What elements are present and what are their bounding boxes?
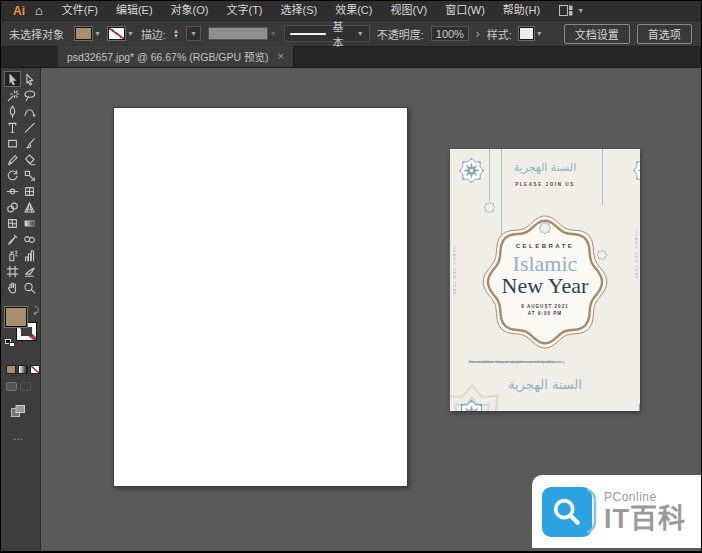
chevron-down-icon: ▼ [270, 30, 277, 37]
default-fill-stroke-icon[interactable] [5, 339, 15, 347]
workspace-switcher[interactable]: ▼ [559, 5, 584, 16]
fill-color-control[interactable]: ▼ [75, 27, 101, 40]
column-graph-tool[interactable] [21, 247, 38, 263]
document-tab[interactable]: psd32657.jpg* @ 66.67% (RGB/GPU 预览) × [58, 46, 294, 67]
menu-item-help[interactable]: 帮助(H) [494, 1, 549, 20]
menu-bar: Ai ⌂ 文件(F)编辑(E)对象(O)文字(T)选择(S)效果(C)视图(V)… [1, 1, 701, 20]
rectangle-tool[interactable] [4, 135, 21, 151]
selection-tool[interactable] [4, 71, 21, 87]
curvature-tool[interactable] [21, 103, 38, 119]
stroke-weight-stepper[interactable]: ▲▼ [173, 29, 179, 39]
shape-builder-tool[interactable] [4, 199, 21, 215]
line-segment-tool[interactable] [21, 119, 38, 135]
stroke-swatch[interactable] [108, 27, 125, 40]
brush-stroke-preview [290, 33, 327, 35]
home-icon[interactable]: ⌂ [31, 4, 53, 17]
menu-item-window[interactable]: 窗口(W) [436, 1, 494, 20]
stroke-color-control[interactable]: ▼ [108, 27, 134, 40]
poster-date: 8 AUGUST 2021 [450, 304, 640, 309]
chevron-down-icon: ▼ [127, 30, 134, 37]
poster-title-line2: New Year [450, 273, 640, 299]
artboard[interactable] [113, 107, 408, 487]
watermark: PConline IT百科 [532, 475, 702, 548]
fill-stroke-controls: ⤸ [5, 307, 39, 355]
magic-wand-tool[interactable] [4, 87, 21, 103]
screen-mode-button[interactable] [11, 403, 40, 421]
none-button[interactable] [30, 365, 40, 374]
magnifier-app-icon [542, 487, 592, 537]
gradient-button[interactable] [18, 365, 28, 374]
menu-item-edit[interactable]: 编辑(E) [107, 1, 162, 20]
menu-item-file[interactable]: 文件(F) [53, 1, 107, 20]
eyedropper-tool[interactable] [4, 231, 21, 247]
scale-tool[interactable] [21, 167, 38, 183]
slice-tool[interactable] [21, 263, 38, 279]
side-caption: ISLAMIC NEW YEAR [634, 229, 638, 279]
fill-swatch[interactable] [75, 27, 92, 40]
menu-item-select[interactable]: 选择(S) [272, 1, 327, 20]
close-icon[interactable]: × [278, 51, 284, 62]
poster-footer-arabic: السنة الهجرية [450, 377, 640, 392]
canvas[interactable]: السنة الهجرية PLEASE JOIN US CELEBRATE I… [41, 68, 702, 552]
zoom-tool[interactable] [21, 279, 38, 295]
menu-item-type[interactable]: 文字(T) [217, 1, 271, 20]
page-fold-icon [587, 489, 597, 533]
width-profile-preview [208, 27, 268, 40]
poster-subtitle: PLEASE JOIN US [450, 182, 640, 187]
gradient-tool[interactable] [21, 215, 38, 231]
watermark-title: IT百科 [604, 506, 686, 533]
tools-grid [4, 71, 40, 295]
main-area: ⤸ [1, 68, 702, 552]
menu-item-view[interactable]: 视图(V) [381, 1, 436, 20]
control-bar: 未选择对象 ▼ ▼ 描边: ▲▼ ▼ ▼ 基本 ▼ 不透明度: 100% › 样… [1, 20, 701, 47]
free-transform-tool[interactable] [21, 183, 38, 199]
mesh-tool[interactable] [4, 215, 21, 231]
eraser-tool[interactable] [21, 151, 38, 167]
selection-status: 未选择对象 [9, 26, 64, 42]
symbol-sprayer-tool[interactable] [4, 247, 21, 263]
document-setup-button[interactable]: 文档设置 [564, 24, 630, 44]
side-caption: ISLAMIC NEW YEAR [452, 245, 456, 295]
document-tab-title: psd32657.jpg* @ 66.67% (RGB/GPU 预览) [67, 49, 269, 64]
graphic-style-control[interactable]: ▼ [519, 27, 543, 40]
blend-tool[interactable] [21, 231, 38, 247]
pen-tool[interactable] [4, 103, 21, 119]
opacity-value: 100% [436, 28, 464, 40]
draw-behind-button[interactable] [20, 382, 31, 391]
app-logo[interactable]: Ai [7, 4, 31, 18]
poster-image: السنة الهجرية PLEASE JOIN US CELEBRATE I… [450, 149, 640, 411]
perspective-grid-tool[interactable] [21, 199, 38, 215]
direct-selection-tool[interactable] [21, 71, 38, 87]
hand-tool[interactable] [4, 279, 21, 295]
fill-proxy[interactable] [5, 307, 27, 327]
width-tool[interactable] [4, 183, 21, 199]
menu-item-object[interactable]: 对象(O) [162, 1, 218, 20]
opacity-input[interactable]: 100% [431, 26, 469, 41]
swap-fill-stroke-icon[interactable]: ⤸ [34, 305, 39, 316]
type-tool[interactable] [4, 119, 21, 135]
poster-time: AT 9:00 PM [450, 311, 640, 316]
artboard-tool[interactable] [4, 263, 21, 279]
color-mode-buttons [6, 365, 40, 374]
pencil-tool[interactable] [4, 151, 21, 167]
style-swatch[interactable] [519, 27, 534, 40]
brush-definition-select[interactable]: 基本 ▼ [284, 25, 370, 42]
opacity-label: 不透明度: [377, 26, 424, 42]
tools-panel: ⤸ [1, 68, 41, 552]
opacity-panel-chevron[interactable]: › [476, 27, 480, 41]
watermark-text: PConline IT百科 [604, 491, 686, 533]
stroke-weight-select[interactable]: ▼ [186, 26, 201, 41]
style-label: 样式: [487, 26, 512, 42]
color-button[interactable] [6, 365, 16, 374]
rotate-tool[interactable] [4, 167, 21, 183]
variable-width-profile[interactable]: ▼ [208, 27, 277, 40]
lasso-tool[interactable] [21, 87, 38, 103]
draw-normal-button[interactable] [6, 382, 17, 391]
paintbrush-tool[interactable] [21, 135, 38, 151]
edit-toolbar-button[interactable]: … [13, 431, 40, 442]
preferences-button[interactable]: 首选项 [637, 24, 692, 44]
chevron-down-icon: ▼ [577, 7, 584, 14]
drawing-mode-buttons [6, 382, 40, 391]
chevron-down-icon: ▼ [190, 30, 197, 37]
document-tab-bar: psd32657.jpg* @ 66.67% (RGB/GPU 预览) × [1, 47, 701, 68]
